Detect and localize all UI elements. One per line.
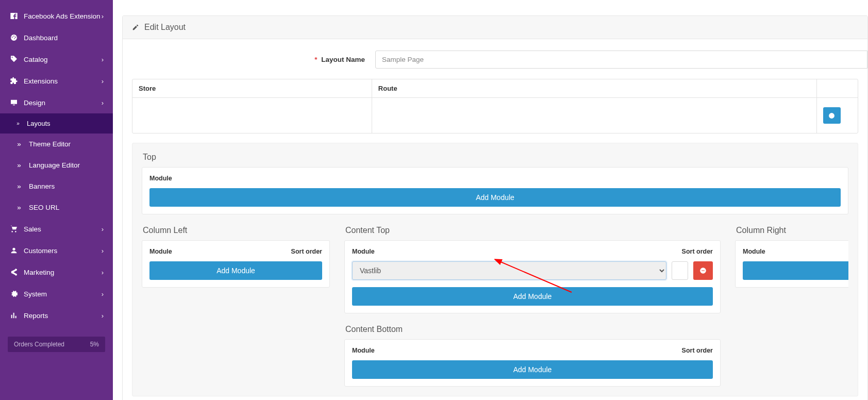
section-title-top: Top: [143, 153, 848, 162]
route-header: Route: [372, 79, 816, 98]
layout-name-label: * Layout Name: [123, 56, 375, 63]
design-subitems: » Theme Editor » Language Editor » Banne…: [0, 134, 113, 218]
gear-icon: [9, 290, 19, 298]
module-label: Module: [149, 175, 172, 182]
layout-name-input[interactable]: [375, 51, 867, 69]
module-label: Module: [149, 248, 172, 255]
sidebar: Facebook Ads Extension › Dashboard Catal…: [0, 0, 113, 400]
sidebar-item-theme-editor[interactable]: » Theme Editor: [0, 134, 113, 155]
sidebar-item-label: Dashboard: [24, 34, 58, 42]
add-route-button[interactable]: [823, 107, 841, 124]
add-module-content-bottom-button[interactable]: Add Module: [352, 360, 713, 379]
required-marker: *: [314, 56, 317, 63]
cart-icon: [9, 225, 19, 233]
layout-name-row: * Layout Name: [123, 51, 867, 79]
positions-container: Top Module Add Module Column Left: [132, 143, 858, 396]
module-row: Vastlib: [352, 261, 713, 280]
sidebar-item-language-editor[interactable]: » Language Editor: [0, 155, 113, 176]
dashboard-icon: [9, 34, 19, 42]
chevron-right-icon: ›: [102, 12, 104, 20]
sidebar-item-dashboard[interactable]: Dashboard: [0, 27, 113, 48]
edit-layout-panel: Edit Layout * Layout Name: [122, 15, 868, 400]
table-row: [132, 98, 858, 134]
chevron-right-icon: ›: [102, 56, 104, 63]
sidebar-item-seo-url[interactable]: » SEO URL: [0, 197, 113, 218]
pencil-icon: [132, 24, 139, 31]
double-chevron-icon: »: [14, 140, 24, 148]
chevron-right-icon: ›: [102, 290, 104, 298]
double-chevron-icon: »: [14, 182, 24, 190]
sidebar-item-customers[interactable]: Customers ›: [0, 240, 113, 261]
double-chevron-icon: »: [14, 161, 24, 169]
sidebar-item-label: Language Editor: [29, 161, 80, 169]
panel-title: Edit Layout: [144, 23, 186, 32]
remove-module-button[interactable]: [693, 261, 713, 280]
sidebar-item-label: Customers: [24, 247, 57, 255]
sidebar-item-label: System: [24, 290, 47, 298]
section-title-content-top: Content Top: [345, 226, 721, 235]
monitor-icon: [9, 98, 19, 107]
store-header: Store: [132, 79, 372, 98]
layout-name-label-text: Layout Name: [321, 56, 365, 63]
sidebar-item-label: Facebook Ads Extension: [24, 12, 101, 20]
add-module-column-right-button[interactable]: Add Mod: [743, 261, 848, 280]
sidebar-item-label: Sales: [24, 225, 41, 233]
section-title-column-left: Column Left: [143, 226, 330, 235]
double-chevron-icon: »: [14, 121, 22, 126]
user-icon: [9, 246, 19, 255]
chevron-right-icon: ›: [102, 312, 104, 320]
orders-completed-label: Orders Completed: [14, 341, 64, 348]
puzzle-icon: [9, 77, 19, 85]
sidebar-item-banners[interactable]: » Banners: [0, 176, 113, 197]
add-module-content-top-button[interactable]: Add Module: [352, 287, 713, 306]
chart-icon: [9, 311, 19, 320]
sidebar-item-sales[interactable]: Sales ›: [0, 218, 113, 240]
module-label: Module: [743, 248, 765, 255]
sort-order-label: Sort order: [291, 248, 322, 255]
sidebar-item-facebook-ads[interactable]: Facebook Ads Extension ›: [0, 5, 113, 27]
module-card-content-top: Module Sort order Vastlib: [344, 240, 721, 313]
add-module-top-button[interactable]: Add Module: [149, 188, 841, 207]
facebook-icon: [9, 12, 19, 20]
sidebar-item-label: Design: [24, 99, 45, 107]
section-title-column-right: Column Right: [736, 226, 848, 235]
module-card-content-bottom: Module Sort order Add Module: [344, 339, 721, 387]
module-label: Module: [352, 248, 375, 255]
position-top: Top Module Add Module: [142, 153, 848, 214]
sidebar-item-design[interactable]: Design ›: [0, 92, 113, 113]
orders-completed-value: 5%: [90, 341, 99, 348]
section-title-content-bottom: Content Bottom: [345, 325, 721, 334]
share-icon: [9, 268, 19, 276]
sort-order-label: Sort order: [682, 248, 713, 255]
panel-header: Edit Layout: [123, 16, 867, 39]
module-select[interactable]: Vastlib: [352, 261, 666, 280]
double-chevron-icon: »: [14, 204, 24, 211]
sidebar-item-label: SEO URL: [29, 204, 59, 211]
sidebar-item-layouts[interactable]: » Layouts: [0, 113, 113, 134]
orders-completed-box: Orders Completed 5%: [8, 337, 105, 352]
module-card-top: Module Add Module: [142, 167, 848, 214]
tag-icon: [9, 55, 19, 63]
sidebar-item-marketing[interactable]: Marketing ›: [0, 261, 113, 283]
sidebar-item-extensions[interactable]: Extensions ›: [0, 70, 113, 92]
sort-order-input[interactable]: [672, 261, 688, 280]
sidebar-item-catalog[interactable]: Catalog ›: [0, 48, 113, 70]
position-column-left: Column Left Module Sort order Add Module: [142, 226, 330, 288]
chevron-right-icon: ›: [102, 77, 104, 85]
module-label: Module: [352, 347, 375, 354]
sidebar-item-label: Catalog: [24, 56, 48, 63]
chevron-right-icon: ›: [102, 99, 104, 107]
sort-order-label: Sort order: [682, 347, 713, 354]
sidebar-item-system[interactable]: System ›: [0, 283, 113, 305]
store-route-table: Store Route: [132, 79, 858, 134]
sidebar-item-reports[interactable]: Reports ›: [0, 305, 113, 326]
sidebar-item-label: Extensions: [24, 77, 58, 85]
sidebar-item-label: Layouts: [27, 120, 51, 127]
main-content: Edit Layout * Layout Name: [113, 0, 868, 400]
add-module-column-left-button[interactable]: Add Module: [149, 261, 322, 280]
module-card-column-right: Module Add Mod: [735, 240, 848, 288]
position-column-right: Column Right Module Add Mod: [735, 226, 848, 288]
chevron-right-icon: ›: [102, 247, 104, 255]
module-card-column-left: Module Sort order Add Module: [142, 240, 330, 288]
design-submenu: » Layouts: [0, 113, 113, 134]
